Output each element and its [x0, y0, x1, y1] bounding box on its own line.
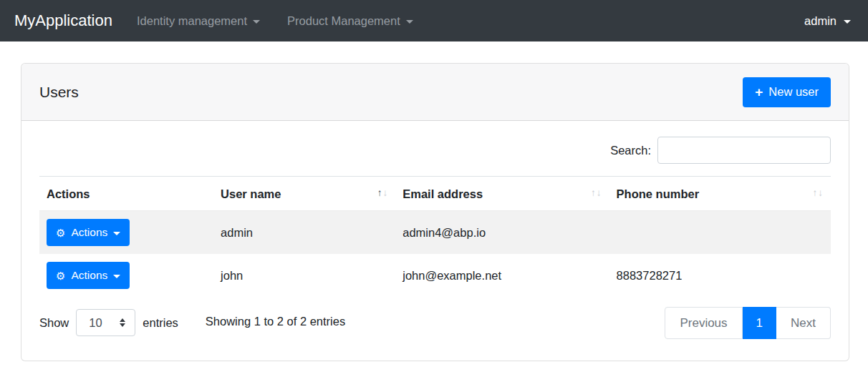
new-user-button-label: New user: [768, 85, 819, 99]
new-user-button[interactable]: + New user: [743, 77, 831, 107]
cell-actions: ⚙ Actions: [39, 254, 213, 297]
sort-icons: ↑↓: [377, 187, 389, 198]
chevron-down-icon: [253, 20, 260, 24]
nav-menu-identity-label: Identity management: [137, 14, 247, 28]
chevron-down-icon: [406, 20, 413, 24]
column-header-email-label: Email address: [402, 187, 483, 200]
row-actions-label: Actions: [71, 226, 107, 239]
app-brand[interactable]: MyApplication: [14, 11, 112, 30]
sort-icons: ↑↓: [813, 187, 824, 198]
show-label: Show: [39, 316, 69, 330]
plus-icon: +: [755, 85, 763, 99]
cell-phone: [609, 211, 831, 255]
gear-icon: ⚙: [56, 227, 65, 238]
search-row: Search:: [39, 137, 831, 164]
chevron-down-icon: [844, 20, 851, 24]
sort-asc-icon: ↑: [591, 187, 597, 198]
users-table: Actions User name ↑↓ Email address ↑↓ Ph…: [39, 176, 831, 297]
user-menu[interactable]: admin: [804, 14, 851, 28]
column-header-phone-number[interactable]: Phone number ↑↓: [609, 177, 831, 211]
table-info: Showing 1 to 2 of 2 entries: [206, 315, 345, 328]
users-card: Users + New user Search: Actions User na…: [21, 63, 849, 361]
cell-user-name: admin: [213, 211, 395, 255]
column-header-actions: Actions: [39, 177, 213, 211]
sort-desc-icon: ↓: [818, 187, 824, 198]
column-header-user-name[interactable]: User name ↑↓: [213, 177, 395, 211]
select-updown-icon: [120, 318, 125, 327]
table-row-john: ⚙ Actions john john@example.net 88837282…: [39, 254, 831, 297]
page-size-control: Show 10 entries: [39, 309, 178, 336]
users-card-body: Search: Actions User name ↑↓ Email addre…: [21, 121, 849, 361]
sort-desc-icon: ↓: [597, 187, 602, 198]
column-header-user-name-label: User name: [221, 187, 281, 200]
pagination-page-1-button[interactable]: 1: [743, 307, 776, 339]
nav-menu-product-label: Product Management: [287, 14, 400, 28]
pagination-previous-button[interactable]: Previous: [665, 307, 742, 339]
gear-icon: ⚙: [56, 270, 65, 281]
table-header-row: Actions User name ↑↓ Email address ↑↓ Ph…: [39, 177, 831, 211]
column-header-email-address[interactable]: Email address ↑↓: [395, 177, 609, 211]
nav-menu-identity-management[interactable]: Identity management: [137, 14, 260, 28]
entries-label: entries: [143, 316, 178, 330]
user-menu-label: admin: [804, 14, 836, 28]
page-title: Users: [39, 84, 79, 101]
cell-email: john@example.net: [395, 254, 609, 297]
navbar-menus: Identity management Product Management: [137, 14, 413, 28]
top-navbar: MyApplication Identity management Produc…: [0, 0, 868, 41]
cell-email: admin4@abp.io: [395, 211, 609, 255]
column-header-phone-label: Phone number: [617, 187, 700, 200]
chevron-down-icon: [113, 275, 120, 278]
table-row-admin: ⚙ Actions admin admin4@abp.io: [39, 211, 831, 255]
cell-phone: 8883728271: [609, 254, 831, 297]
search-input[interactable]: [657, 137, 831, 164]
chevron-down-icon: [113, 232, 120, 235]
row-actions-button[interactable]: ⚙ Actions: [47, 219, 130, 246]
column-header-actions-label: Actions: [47, 187, 90, 200]
row-actions-label: Actions: [71, 269, 107, 282]
sort-desc-icon: ↓: [382, 187, 388, 198]
cell-actions: ⚙ Actions: [39, 211, 213, 255]
nav-menu-product-management[interactable]: Product Management: [287, 14, 413, 28]
page-size-value: 10: [89, 316, 102, 330]
table-footer: Show 10 entries Showing 1 to 2 of 2 entr…: [39, 303, 831, 339]
users-card-header: Users + New user: [21, 64, 849, 121]
cell-user-name: john: [213, 254, 395, 297]
search-label: Search:: [610, 144, 651, 157]
pagination: Previous 1 Next: [665, 307, 831, 339]
page-size-select[interactable]: 10: [76, 309, 135, 336]
pagination-next-button[interactable]: Next: [776, 307, 831, 339]
row-actions-button[interactable]: ⚙ Actions: [47, 262, 130, 289]
sort-icons: ↑↓: [591, 187, 602, 198]
